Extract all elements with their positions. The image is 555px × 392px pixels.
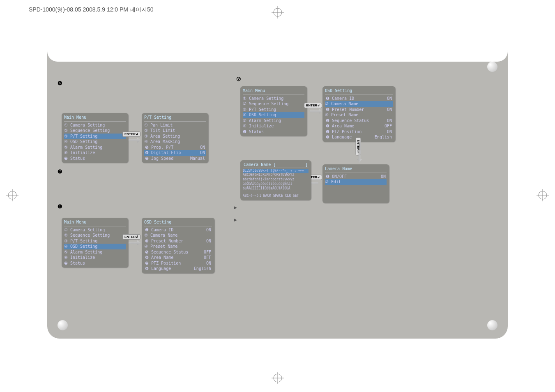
menu-item: ❼ Status [243, 129, 304, 135]
osd-setting-box-left: OSD Setting ❶ Camera IDON ② Camera Name … [142, 218, 214, 273]
title-text: Camera Name [ [244, 162, 276, 168]
label: ❻ Digital Flip [145, 150, 181, 156]
char-row: àöÖùÄÜàâçéèëêîïôûöúüÿÑñáí [243, 182, 309, 187]
menu-item-highlight: ④ OSD Setting [64, 244, 126, 249]
menu-title: OSD Setting [144, 219, 212, 226]
label: ❼ Jog Speed [145, 156, 173, 161]
menu-item: ② Tilt Limit [144, 128, 206, 134]
menu-item: ❺ Prop. P/TON [144, 145, 206, 150]
menu-item-highlight: ② Camera Name [325, 101, 393, 107]
menu-item: ② Sequence Setting [243, 101, 304, 107]
menu-item: ❼ Status [64, 261, 126, 266]
section-number-7: ❼ [58, 168, 62, 175]
value: ON [206, 227, 211, 233]
section-number-1: ❶ [58, 203, 62, 210]
section-number-6: ❻ [58, 80, 62, 86]
menu-item-highlight: ③ P/T Setting [64, 134, 126, 139]
label: ❶ Camera ID [145, 227, 173, 233]
section-number-2: ② [236, 76, 241, 82]
menu-item: ❼ Jog SpeedManual [144, 156, 206, 161]
menu-title: Main Menu [243, 88, 304, 95]
menu-item: ❶ Camera IDON [325, 96, 393, 101]
menu-item: ③ P/T Setting [64, 238, 126, 244]
menu-item: ① Camera Setting [243, 96, 304, 101]
menu-item: ② Sequence Setting [64, 233, 126, 238]
value: ON [200, 150, 205, 156]
decor-sphere-top [487, 62, 497, 72]
arrow-right-icon [129, 138, 141, 143]
char-row: abcdefghijklmnopqrstuvwxyz [243, 178, 309, 182]
top-bar [47, 41, 508, 62]
menu-item: ❶ Camera IDON [144, 227, 212, 233]
menu-item: ④ OSD Setting [64, 139, 126, 145]
menu-item: ① Camera Setting [64, 227, 126, 233]
value: ON [387, 96, 392, 101]
menu-item: ⑤ Alarm Setting [64, 145, 126, 150]
menu-item: ⑤ Alarm Setting [243, 118, 304, 124]
camera-name-editor: Camera Name [ ] 0123456789<>{ }⅞%/--*=_ … [240, 160, 311, 200]
menu-item-highlight: ④ OSD Setting [243, 112, 304, 118]
arrow-right-icon [129, 240, 141, 245]
label: ❻ Area Name [326, 123, 354, 129]
menu-item: ① Pan Limit [144, 122, 206, 128]
value: ON [387, 107, 392, 113]
menu-item: ⑥ Initialize [243, 123, 304, 129]
camera-name-submenu: Camera Name ❶ ON/OFFON ② Edit [322, 164, 389, 203]
crop-mark-top [272, 6, 284, 20]
menu-item-highlight: ❻ Digital FlipON [144, 150, 206, 156]
blank-row [325, 185, 387, 201]
menu-title: Main Menu [64, 115, 126, 122]
menu-title: OSD Setting [325, 88, 393, 95]
value: Manual [190, 156, 205, 161]
label: ❽ Language [145, 266, 171, 272]
bullet-arrow-icon: ▶ [234, 205, 237, 210]
menu-item: ❼ Status [64, 156, 126, 161]
menu-item: ③ Area Setting [144, 134, 206, 139]
char-row: óúÄÅÇÉÈËÊÎÏÖØ€æÃÕÜŸÁÍÓÚÃ [243, 187, 309, 191]
menu-item: ❽ LanguageEnglish [144, 266, 212, 272]
label: ❺ Prop. P/T [145, 145, 173, 150]
decor-sphere-bottom-left [58, 320, 68, 330]
label: ❸ Preset Number [326, 107, 364, 113]
label: ❶ ON/OFF [326, 174, 347, 180]
value: English [375, 134, 392, 140]
menu-item: ❸ Preset NumberON [325, 107, 393, 113]
main-menu-box-sec2: Main Menu ① Camera Setting ② Sequence Se… [240, 86, 307, 136]
menu-item: ① Camera Setting [64, 122, 126, 128]
spacer [243, 191, 309, 194]
menu-item: ⑤ Alarm Setting [64, 249, 126, 255]
enter-key-label: ENTER↲ [122, 234, 140, 240]
crop-mark-right [537, 189, 549, 203]
value: English [194, 266, 211, 272]
pt-setting-box: P/T Setting ① Pan Limit ② Tilt Limit ③ A… [142, 113, 208, 163]
title-row: Camera Name [ ] [243, 162, 309, 168]
value: ON [387, 118, 392, 124]
main-menu-box-sec1: Main Menu ① Camera Setting ② Sequence Se… [62, 218, 128, 267]
bullet-arrow-icon: ▶ [234, 218, 237, 222]
label: ❺ Sequence Status [145, 249, 188, 255]
menu-item: ❶ ON/OFFON [325, 174, 387, 180]
value: OFF [204, 249, 211, 255]
menu-item: ⑥ Initialize [64, 255, 126, 261]
title-bracket: ] [305, 162, 308, 168]
value: ON [200, 145, 205, 150]
osd-setting-box-right: OSD Setting ❶ Camera IDON ② Camera Name … [322, 86, 395, 142]
menu-item: ④ Area Masking [144, 139, 206, 145]
page: SPD-1000(영)-08.05 2008.5.9 12:0 PM 페이지50… [0, 0, 555, 392]
menu-item: ❼ PTZ PositionON [144, 261, 212, 266]
menu-item: ④ Preset Name [325, 112, 393, 118]
content-panel: ❻ Main Menu ① Camera Setting ② Sequence … [47, 41, 508, 339]
label: ❽ Language [326, 134, 352, 140]
value: OFF [385, 123, 392, 129]
menu-item: ❺ Sequence StatusOFF [144, 249, 212, 255]
value: ON [387, 129, 392, 135]
value: ON [381, 174, 386, 180]
menu-title: P/T Setting [144, 115, 206, 122]
value: ON [206, 238, 211, 244]
label: ❸ Preset Number [145, 238, 183, 244]
editor-footer-row: ABC→)中文1 BACK SPACE CLR SET [243, 194, 309, 198]
label: ❼ PTZ Position [326, 129, 362, 135]
value: ON [206, 261, 211, 266]
menu-item: ② Sequence Setting [64, 128, 126, 134]
label: ❶ Camera ID [326, 96, 354, 101]
